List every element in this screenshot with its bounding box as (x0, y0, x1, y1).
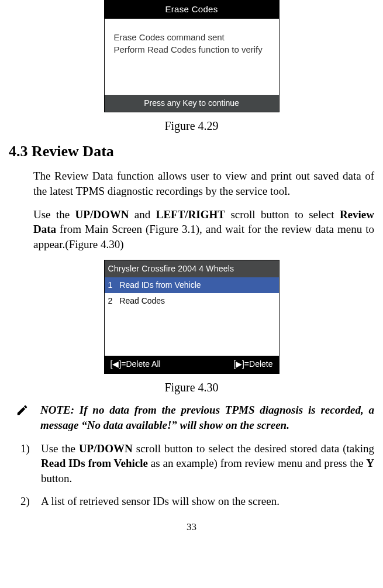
screen1-header: Erase Codes (105, 1, 279, 19)
para2-part-e: scroll button to select (225, 208, 340, 221)
screen2-footer-right: [▶]=Delete (233, 359, 272, 370)
step1-y: Y (366, 457, 374, 469)
figure-4-30-caption: Figure 4.30 (9, 380, 374, 396)
screen2-row2-label: Read Codes (119, 296, 165, 305)
screen2-row-2: 2 Read Codes (105, 293, 279, 309)
figure-4-30: Chrysler Crossfire 2004 4 Wheels 1 Read … (9, 260, 374, 374)
screen2-footer: [◀]=Delete All [▶]=Delete (105, 356, 279, 373)
step-2-number: 2) (20, 494, 41, 509)
screen2-body: 1 Read IDs from Vehicle 2 Read Codes (105, 277, 279, 356)
screen2-row-1: 1 Read IDs from Vehicle (105, 277, 279, 293)
step-2: 2) A list of retrieved sensor IDs will s… (20, 494, 374, 509)
para1-text: The Review Data function allows user to … (33, 170, 374, 197)
note-text: NOTE: If no data from the previous TPMS … (40, 403, 374, 432)
step-1: 1) Use the UP/DOWN scroll button to sele… (20, 441, 374, 486)
paragraph-review-data-intro: The Review Data function allows user to … (33, 169, 374, 198)
step1-e: as an example) from review menu and pres… (148, 457, 366, 469)
step1-a: Use the (41, 442, 79, 455)
updown-label: UP/DOWN (75, 208, 129, 221)
screen1-line1: Erase Codes command sent (114, 32, 272, 43)
paragraph-review-data-instructions: Use the UP/DOWN and LEFT/RIGHT scroll bu… (33, 207, 374, 252)
device-screen-review-menu: Chrysler Crossfire 2004 4 Wheels 1 Read … (104, 260, 280, 374)
para2-part-a: Use the (33, 208, 75, 221)
screen2-footer-left: [◀]=Delete All (111, 359, 161, 370)
step1-c: scroll button to select the desired stor… (133, 442, 374, 455)
step2-a: A list of retrieved sensor IDs will show… (41, 495, 280, 507)
screen1-line2: Perform Read Codes function to verify (114, 44, 272, 56)
step1-updown: UP/DOWN (79, 442, 133, 455)
para2-part-c: and (129, 208, 156, 221)
step1-g: button. (41, 472, 72, 484)
page-number: 33 (9, 521, 374, 534)
step-2-body: A list of retrieved sensor IDs will show… (41, 494, 374, 509)
step1-readids: Read IDs from Vehicle (41, 457, 148, 469)
figure-4-29-caption: Figure 4.29 (9, 118, 374, 134)
screen2-row2-num: 2 (108, 295, 115, 307)
figure-4-29: Erase Codes Erase Codes command sent Per… (9, 0, 374, 112)
step-1-body: Use the UP/DOWN scroll button to select … (41, 441, 374, 486)
screen2-row1-num: 1 (108, 280, 115, 291)
device-screen-erase-codes: Erase Codes Erase Codes command sent Per… (104, 0, 280, 112)
screen1-body: Erase Codes command sent Perform Read Co… (105, 19, 279, 95)
screen2-row1-label: Read IDs from Vehicle (119, 280, 201, 290)
step-1-number: 1) (20, 441, 41, 486)
screen1-footer: Press any Key to continue (105, 95, 279, 112)
screen2-header: Chrysler Crossfire 2004 4 Wheels (105, 260, 279, 277)
note-block: NOTE: If no data from the previous TPMS … (16, 403, 374, 432)
section-heading-review-data: 4.3 Review Data (9, 141, 374, 161)
leftright-label: LEFT/RIGHT (156, 208, 225, 221)
pencil-note-icon (16, 404, 30, 417)
para2-part-g: from Main Screen (Figure 3.1), and wait … (33, 223, 374, 250)
